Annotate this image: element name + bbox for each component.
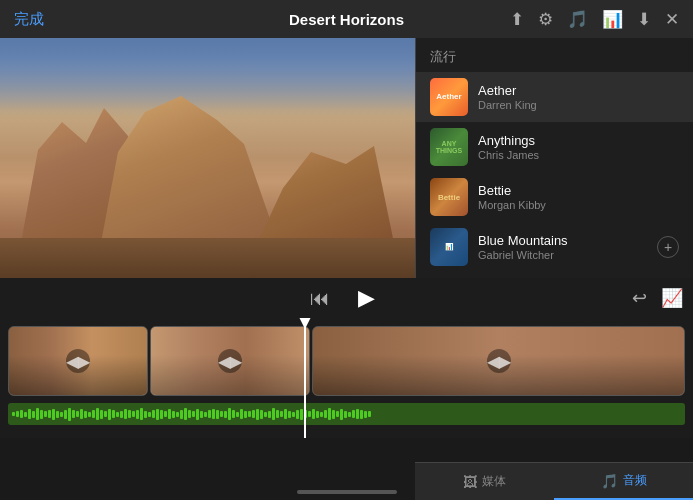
track-name-bluemountains: Blue Mountains <box>478 233 647 248</box>
track-artist-aether: Darren King <box>478 99 679 111</box>
waveform-bar <box>320 412 323 417</box>
settings-icon[interactable]: ⚙ <box>538 9 553 30</box>
video-clip-2[interactable]: ◀▶ <box>150 326 310 396</box>
waveform-bar <box>200 411 203 418</box>
waveform-bar <box>172 411 175 418</box>
waveform-bar <box>156 409 159 420</box>
clip-2-inner: ◀▶ <box>151 327 309 395</box>
share-icon[interactable]: ⬆ <box>510 9 524 30</box>
track-artist-bluemountains: Gabriel Witcher <box>478 249 647 261</box>
waveform-bar <box>316 411 319 418</box>
track-bettie[interactable]: Bettie Bettie Morgan Kibby <box>416 172 693 222</box>
waveform-bar <box>232 410 235 418</box>
waveform-bar <box>340 409 343 420</box>
waveform-bar <box>272 408 275 420</box>
clip-1-split-icon: ◀▶ <box>66 349 90 373</box>
video-clip-1[interactable]: ◀▶ <box>8 326 148 396</box>
waveform-bar <box>136 410 139 419</box>
top-bar-right-controls: ⬆ ⚙ 🎵 📊 ⬇ ✕ <box>510 9 679 30</box>
waveform-bar <box>164 411 167 417</box>
track-info-aether: Aether Darren King <box>478 83 679 111</box>
audio-wave-icon[interactable]: 📈 <box>661 287 683 309</box>
waveform-bar <box>288 411 291 418</box>
track-artist-anythings: Chris James <box>478 149 679 161</box>
waveform-bar <box>112 410 115 418</box>
waveform-bar <box>368 411 371 417</box>
waveform-bar <box>92 410 95 418</box>
waveform-bar <box>332 410 335 419</box>
waveform-bar <box>148 412 151 417</box>
timeline-tracks: ◀▶ ◀▶ ◀▶ <box>0 318 693 438</box>
clip-3-inner: ◀▶ <box>313 327 684 395</box>
waveform-bar <box>160 410 163 419</box>
track-aether[interactable]: Aether Aether Darren King <box>416 72 693 122</box>
waveform-bar <box>80 409 83 419</box>
waveform-bar <box>72 410 75 418</box>
waveform-bar <box>212 409 215 419</box>
voice-tuning-icon[interactable]: 📊 <box>602 9 623 30</box>
waveform-bar <box>56 411 59 418</box>
track-thumb-bluemountains: 📊 <box>430 228 468 266</box>
waveform-bar <box>144 411 147 418</box>
project-title: Desert Horizons <box>289 11 404 28</box>
waveform-bar <box>104 411 107 417</box>
add-track-button[interactable]: + <box>657 236 679 258</box>
tab-audio[interactable]: 🎵 音频 <box>554 463 693 500</box>
undo-icon[interactable]: ↩ <box>632 287 647 309</box>
video-clip-3[interactable]: ◀▶ <box>312 326 685 396</box>
track-info-anythings: Anythings Chris James <box>478 133 679 161</box>
waveform-bar <box>32 411 35 418</box>
waveform-bar <box>256 409 259 420</box>
clip-2-split-icon: ◀▶ <box>218 349 242 373</box>
media-tab-icon: 🖼 <box>463 474 477 490</box>
waveform-bar <box>16 411 19 417</box>
track-thumb-anythings: ANYTHINGS <box>430 128 468 166</box>
waveform-bar <box>116 412 119 417</box>
play-button[interactable]: ▶ <box>350 281 384 315</box>
waveform-bar <box>84 411 87 418</box>
track-anythings[interactable]: ANYTHINGS Anythings Chris James <box>416 122 693 172</box>
waveform-bar <box>76 411 79 417</box>
waveform-bar <box>52 409 55 420</box>
waveform-bar <box>364 411 367 418</box>
audio-icon[interactable]: 🎵 <box>567 9 588 30</box>
close-icon[interactable]: ✕ <box>665 9 679 30</box>
waveform-bar <box>216 410 219 419</box>
desert-ground <box>0 238 415 278</box>
waveform-bar <box>356 409 359 419</box>
clip-1-inner: ◀▶ <box>9 327 147 395</box>
waveform-bar <box>68 408 71 421</box>
track-bluemountains[interactable]: 📊 Blue Mountains Gabriel Witcher + <box>416 222 693 272</box>
waveform-bar <box>284 409 287 419</box>
track-info-bettie: Bettie Morgan Kibby <box>478 183 679 211</box>
waveform-bar <box>260 410 263 419</box>
done-button[interactable]: 完成 <box>14 10 44 29</box>
waveform-bar <box>12 412 15 416</box>
waveform-bar <box>244 411 247 418</box>
waveform-bar <box>20 410 23 418</box>
music-panel-tabs: 🖼 媒体 🎵 音频 <box>415 462 693 500</box>
waveform-bar <box>264 412 267 417</box>
waveform-bar <box>28 409 31 419</box>
waveform-bar <box>176 412 179 417</box>
track-name-anythings: Anythings <box>478 133 679 148</box>
home-indicator <box>297 490 397 494</box>
audio-waveform-track[interactable] <box>8 403 685 425</box>
download-icon[interactable]: ⬇ <box>637 9 651 30</box>
waveform-bar <box>36 408 39 420</box>
waveform-bar <box>124 409 127 419</box>
waveform-bar <box>192 411 195 417</box>
waveform-bar <box>48 410 51 418</box>
waveform-bar <box>188 410 191 418</box>
desert-rock-3 <box>255 128 395 248</box>
tab-media[interactable]: 🖼 媒体 <box>415 463 554 500</box>
tab-audio-label: 音频 <box>623 472 647 489</box>
waveform-bar <box>64 410 67 419</box>
waveform-bar <box>360 410 363 419</box>
waveform-bar <box>140 408 143 420</box>
skip-back-button[interactable]: ⏮ <box>310 287 330 310</box>
waveform-bar <box>120 411 123 418</box>
waveform-bar <box>344 411 347 418</box>
waveform-bar <box>312 409 315 419</box>
music-section-label: 流行 <box>416 38 693 72</box>
